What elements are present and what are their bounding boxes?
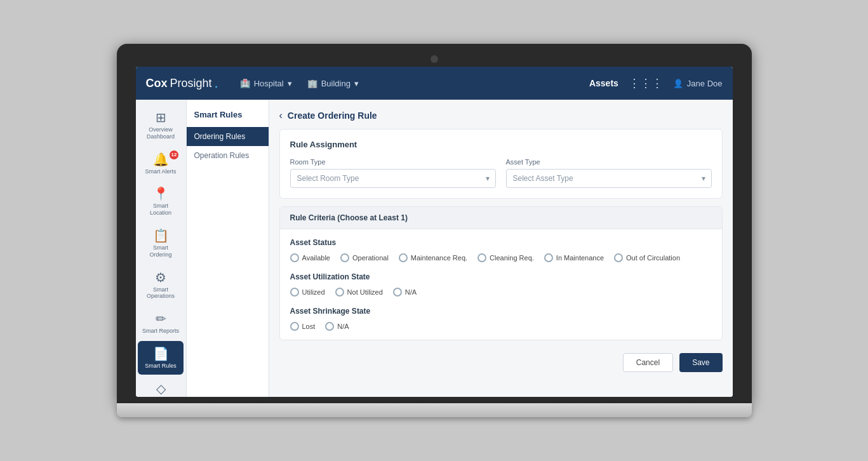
radio-na-utilization[interactable]: N/A xyxy=(393,288,417,297)
sidebar-item-smart-location[interactable]: 📍 Smart Location xyxy=(138,181,184,222)
building-icon: 🏢 xyxy=(307,79,317,88)
sidebar-item-smart-reports[interactable]: ✏ Smart Reports xyxy=(138,306,184,340)
secondary-nav-title: Smart Rules xyxy=(187,110,269,127)
sidebar-item-smart-alerts[interactable]: 12 🔔 Smart Alerts xyxy=(138,147,184,180)
asset-utilization-radio-group: Utilized Not Utilized xyxy=(290,288,712,297)
radio-in-maintenance[interactable]: In Maintenance xyxy=(544,253,604,262)
building-nav[interactable]: 🏢 Building ▾ xyxy=(301,75,365,92)
overview-dashboard-icon: ⊞ xyxy=(156,110,166,125)
sidebar-label-overview: Overview Dashboard xyxy=(142,126,180,140)
hospital-nav[interactable]: 🏥 Hospital ▾ xyxy=(234,75,298,92)
asset-utilization-group: Asset Utilization State Utilized xyxy=(290,272,712,297)
smart-reports-icon: ✏ xyxy=(156,311,166,326)
nav-items: 🏥 Hospital ▾ 🏢 Building ▾ xyxy=(234,75,589,92)
radio-utilized[interactable]: Utilized xyxy=(290,288,325,297)
form-row-type: Room Type Select Room Type Ass xyxy=(290,158,712,188)
logo-dot: . xyxy=(215,76,218,90)
laptop-base xyxy=(117,403,752,417)
content-wrapper: Smart Rules Ordering Rules Operation Rul… xyxy=(187,100,733,397)
back-button[interactable]: ‹ xyxy=(279,110,283,121)
hospital-chevron-icon: ▾ xyxy=(288,79,292,88)
rule-assignment-section: Rule Assignment Room Type Select Room Ty… xyxy=(279,129,723,199)
secondary-nav-ordering-rules[interactable]: Ordering Rules xyxy=(187,127,269,146)
room-type-group: Room Type Select Room Type xyxy=(290,158,496,188)
main-content: ⊞ Overview Dashboard 12 🔔 Smart Alerts 📍… xyxy=(136,100,733,397)
sidebar-label-reports: Smart Reports xyxy=(142,328,179,335)
rule-assignment-title: Rule Assignment xyxy=(290,140,712,149)
smart-rules-icon: 📄 xyxy=(153,346,169,361)
rule-criteria-section: Rule Criteria (Choose at Least 1) Asset … xyxy=(279,206,723,340)
smart-alerts-icon: 🔔 xyxy=(153,152,169,167)
radio-not-utilized[interactable]: Not Utilized xyxy=(335,288,383,297)
asset-utilization-title: Asset Utilization State xyxy=(290,272,712,281)
logo-prosight: Prosight xyxy=(170,77,212,90)
radio-circle xyxy=(325,322,334,331)
radio-available[interactable]: Available xyxy=(290,253,330,262)
radio-operational[interactable]: Operational xyxy=(340,253,389,262)
building-chevron-icon: ▾ xyxy=(354,79,359,88)
sidebar-label-alerts: Smart Alerts xyxy=(145,168,176,175)
radio-label-out-of-circulation: Out of Circulation xyxy=(626,254,680,262)
sidebar-label-ordering: Smart Ordering xyxy=(142,244,180,258)
sidebar-label-location: Smart Location xyxy=(142,203,180,217)
asset-management-icon: ◇ xyxy=(156,381,166,396)
cancel-button[interactable]: Cancel xyxy=(623,353,673,372)
grid-icon[interactable]: ⋮⋮⋮ xyxy=(629,76,663,90)
smart-ordering-icon: 📋 xyxy=(153,228,169,243)
asset-shrinkage-group: Asset Shrinkage State Lost xyxy=(290,307,712,331)
radio-cleaning-req[interactable]: Cleaning Req. xyxy=(477,253,534,262)
radio-circle xyxy=(335,288,344,297)
asset-status-group: Asset Status Available xyxy=(290,238,712,262)
radio-circle xyxy=(544,253,553,262)
room-type-select-wrapper: Select Room Type xyxy=(290,169,496,188)
save-button[interactable]: Save xyxy=(679,353,722,372)
radio-label-not-utilized: Not Utilized xyxy=(347,288,383,296)
radio-circle xyxy=(290,253,299,262)
sidebar-item-smart-operations[interactable]: ⚙ Smart Operations xyxy=(138,265,184,305)
radio-circle xyxy=(399,253,408,262)
asset-type-label: Asset Type xyxy=(506,158,712,166)
asset-shrinkage-title: Asset Shrinkage State xyxy=(290,307,712,316)
radio-out-of-circulation[interactable]: Out of Circulation xyxy=(614,253,680,262)
room-type-select[interactable]: Select Room Type xyxy=(290,169,496,188)
radio-circle xyxy=(393,288,402,297)
radio-label-utilized: Utilized xyxy=(302,288,325,296)
radio-circle xyxy=(290,288,299,297)
sidebar-item-overview-dashboard[interactable]: ⊞ Overview Dashboard xyxy=(138,105,184,145)
topbar: Cox Prosight . 🏥 Hospital ▾ 🏢 Building xyxy=(136,67,733,100)
asset-type-select-wrapper: Select Asset Type xyxy=(506,169,712,188)
radio-circle xyxy=(340,253,349,262)
criteria-body: Asset Status Available xyxy=(280,229,722,340)
sidebar-item-smart-ordering[interactable]: 📋 Smart Ordering xyxy=(138,223,184,264)
logo-cox: Cox xyxy=(146,77,168,90)
radio-label-na-shrinkage: N/A xyxy=(337,323,349,330)
breadcrumb: ‹ Create Ordering Rule xyxy=(279,110,723,121)
radio-label-maintenance-req: Maintenance Req. xyxy=(411,254,467,262)
radio-label-available: Available xyxy=(302,254,330,262)
radio-label-operational: Operational xyxy=(352,254,389,262)
smart-location-icon: 📍 xyxy=(153,186,169,201)
logo: Cox Prosight . xyxy=(146,76,218,90)
secondary-nav: Smart Rules Ordering Rules Operation Rul… xyxy=(187,100,269,397)
asset-type-select[interactable]: Select Asset Type xyxy=(506,169,712,188)
room-type-label: Room Type xyxy=(290,158,496,166)
radio-na-shrinkage[interactable]: N/A xyxy=(325,322,349,331)
user-icon: 👤 xyxy=(673,79,683,88)
rule-criteria-header: Rule Criteria (Choose at Least 1) xyxy=(280,207,722,229)
user-info[interactable]: 👤 Jane Doe xyxy=(673,79,723,88)
footer-bar: Cancel Save xyxy=(279,348,723,372)
secondary-nav-operation-rules[interactable]: Operation Rules xyxy=(187,146,269,165)
asset-shrinkage-radio-group: Lost N/A xyxy=(290,322,712,331)
sidebar-item-asset-management[interactable]: ◇ Asset Management xyxy=(138,376,184,397)
sidebar-item-smart-rules[interactable]: 📄 Smart Rules xyxy=(138,341,184,375)
assets-label: Assets xyxy=(589,78,618,88)
radio-circle xyxy=(614,253,623,262)
radio-label-na-utilization: N/A xyxy=(405,288,417,296)
radio-lost[interactable]: Lost xyxy=(290,322,316,331)
smart-operations-icon: ⚙ xyxy=(155,270,166,285)
nav-right: Assets ⋮⋮⋮ 👤 Jane Doe xyxy=(589,76,723,90)
sidebar: ⊞ Overview Dashboard 12 🔔 Smart Alerts 📍… xyxy=(136,100,187,397)
radio-label-cleaning-req: Cleaning Req. xyxy=(490,254,534,262)
radio-maintenance-req[interactable]: Maintenance Req. xyxy=(399,253,467,262)
hospital-icon: 🏥 xyxy=(240,79,250,88)
